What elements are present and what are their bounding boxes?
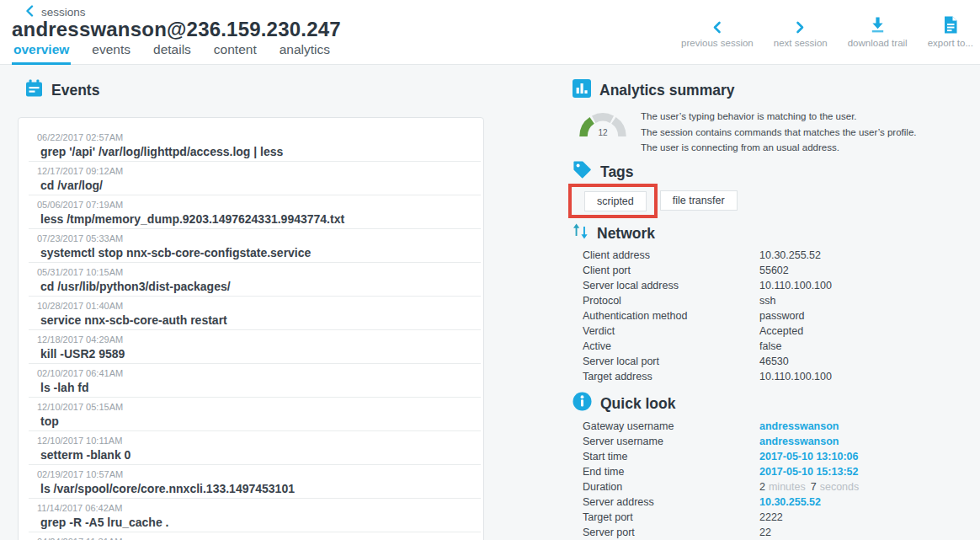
event-timestamp: 12/17/2017 09:12AM xyxy=(37,166,473,176)
kv-label: Verdict xyxy=(583,325,759,337)
duration-num: 7 xyxy=(811,481,817,493)
tags-section-header: Tags xyxy=(573,163,977,182)
kv-value: 55602 xyxy=(759,265,789,276)
event-command: ls -lah fd xyxy=(37,381,473,394)
analytics-summary-line: The user’s typing behavior is matching t… xyxy=(641,109,917,125)
network-kv-list: Client address 10.30.255.52 Client port … xyxy=(573,248,977,384)
duration-num: 2 xyxy=(759,481,765,493)
kv-label: Gateway username xyxy=(583,420,759,432)
event-row[interactable]: 04/24/2017 11:31AM xyxy=(19,532,483,540)
kv-label: Target address xyxy=(583,371,759,382)
header-actions: previous session next session download t… xyxy=(681,17,973,48)
tab-content[interactable]: content xyxy=(212,42,258,65)
network-section-header: Network xyxy=(573,224,977,243)
kv-row: Target address 10.110.100.100 xyxy=(583,369,977,384)
tags-section-title: Tags xyxy=(600,163,634,181)
event-row[interactable]: 10/28/2017 01:40AM service nnx-scb-core-… xyxy=(19,297,483,330)
chevron-right-icon xyxy=(796,17,805,34)
analytics-summary-line: The user is connecting from an usual add… xyxy=(641,140,917,156)
event-row[interactable]: 06/22/2017 02:57AM grep '/api' /var/log/… xyxy=(19,128,483,162)
tab-events[interactable]: events xyxy=(90,42,132,65)
kv-label: Server address xyxy=(583,496,759,508)
tab-overview[interactable]: overview xyxy=(12,42,71,65)
page-title: andresswanson@236.159.230.247 xyxy=(12,18,341,41)
analytics-section-title: Analytics summary xyxy=(599,82,735,99)
kv-value: 10.30.255.52 xyxy=(759,249,821,261)
event-command: service nnx-scb-core-auth restart xyxy=(37,313,473,327)
kv-row: Active false xyxy=(583,339,977,354)
analytics-summary-line: The session contains commands that match… xyxy=(641,125,917,141)
event-timestamp: 05/31/2017 10:15AM xyxy=(37,267,473,277)
event-row[interactable]: 12/17/2017 09:12AM cd /var/log/ xyxy=(19,162,483,195)
analytics-section-header: Analytics summary xyxy=(573,81,977,100)
events-card: 06/22/2017 02:57AM grep '/api' /var/log/… xyxy=(18,117,484,540)
kv-value[interactable]: 2017-05-10 13:10:06 xyxy=(759,451,858,462)
info-icon xyxy=(573,392,592,415)
kv-row: Gateway username andresswanson xyxy=(583,419,977,434)
kv-row: Client port 55602 xyxy=(583,263,977,278)
kv-row: Client address 10.30.255.52 xyxy=(583,248,977,263)
kv-row: Authentication method password xyxy=(583,308,977,323)
kv-row: Server local port 46530 xyxy=(583,354,977,369)
quicklook-section-header: Quick look xyxy=(573,394,977,414)
kv-value: ssh xyxy=(759,295,775,307)
back-link-label: sessions xyxy=(41,6,86,19)
previous-session-button[interactable]: previous session xyxy=(681,17,754,48)
event-row[interactable]: 05/06/2017 07:19AM less /tmp/memory_dump… xyxy=(19,195,483,229)
up-down-arrows-icon xyxy=(573,222,589,244)
event-command: less /tmp/memory_dump.9203.1497624331.99… xyxy=(37,212,473,226)
tab-analytics[interactable]: analytics xyxy=(278,42,332,65)
analytics-lines: The user’s typing behavior is matching t… xyxy=(641,105,917,156)
right-column: Analytics summary 12 The user’s typing b… xyxy=(573,81,977,540)
event-command: top xyxy=(37,414,473,428)
next-session-button[interactable]: next session xyxy=(774,17,828,48)
kv-label: Server port xyxy=(583,527,759,538)
tags-row: scriptedfile transfer xyxy=(573,184,977,218)
event-timestamp: 12/18/2017 04:29AM xyxy=(37,334,473,345)
export-to-button[interactable]: export to... xyxy=(928,17,973,48)
kv-label: Client address xyxy=(583,249,759,261)
header-action-label: next session xyxy=(774,38,828,48)
event-timestamp: 11/14/2017 06:42AM xyxy=(37,503,473,513)
kv-label: Protocol xyxy=(583,295,759,307)
calendar-events-icon xyxy=(25,79,43,102)
kv-value: 2222 xyxy=(759,511,783,523)
download-trail-button[interactable]: download trail xyxy=(848,17,908,48)
kv-row: Server address 10.30.255.52 xyxy=(583,495,977,510)
tag-chip-scripted[interactable]: scripted xyxy=(584,191,647,211)
kv-value[interactable]: 2017-05-10 15:13:52 xyxy=(759,466,858,478)
event-row[interactable]: 02/10/2017 06:41AM ls -lah fd xyxy=(19,364,483,398)
event-row[interactable]: 11/14/2017 06:42AM grep -R -A5 lru_cache… xyxy=(19,499,483,532)
event-row[interactable]: 05/31/2017 10:15AM cd /usr/lib/python3/d… xyxy=(19,263,483,297)
event-command: setterm -blank 0 xyxy=(37,448,473,462)
event-timestamp: 12/10/2017 10:11AM xyxy=(37,436,473,446)
kv-value[interactable]: andresswanson xyxy=(759,420,839,432)
kv-label: Start time xyxy=(583,451,759,462)
kv-value: 22 xyxy=(759,527,771,538)
event-timestamp: 10/28/2017 01:40AM xyxy=(37,301,473,311)
event-row[interactable]: 12/18/2017 04:29AM kill -USR2 9589 xyxy=(19,330,483,364)
event-row[interactable]: 12/10/2017 10:11AM setterm -blank 0 xyxy=(19,431,483,465)
kv-value[interactable]: andresswanson xyxy=(759,436,839,447)
kv-value: Accepted xyxy=(759,325,803,337)
kv-label: Duration xyxy=(583,481,759,493)
event-row[interactable]: 07/23/2017 05:33AM systemctl stop nnx-sc… xyxy=(19,229,483,263)
events-section-header: Events xyxy=(25,81,99,100)
kv-row: Server local address 10.110.100.100 xyxy=(583,278,977,293)
duration-unit: seconds xyxy=(820,481,860,493)
tag-icon xyxy=(573,160,592,184)
event-row[interactable]: 02/19/2017 10:57AM ls /var/spool/core/co… xyxy=(19,465,483,499)
analytics-summary-body: 12 The user’s typing behavior is matchin… xyxy=(578,105,977,156)
download-icon xyxy=(869,17,887,34)
tag-chip-file-transfer[interactable]: file transfer xyxy=(660,190,738,211)
tab-details[interactable]: details xyxy=(152,42,193,65)
kv-label: Client port xyxy=(583,265,759,276)
kv-row: Verdict Accepted xyxy=(583,323,977,339)
annotation-highlight-box: scripted xyxy=(568,184,658,218)
kv-label: Target port xyxy=(583,511,759,523)
event-command: grep '/api' /var/log/lighttpd/access.log… xyxy=(37,145,473,158)
kv-row: Protocol ssh xyxy=(583,293,977,308)
event-row[interactable]: 12/10/2017 05:15AM top xyxy=(19,398,483,431)
kv-value[interactable]: 10.30.255.52 xyxy=(759,496,821,508)
kv-value: password xyxy=(759,310,805,322)
